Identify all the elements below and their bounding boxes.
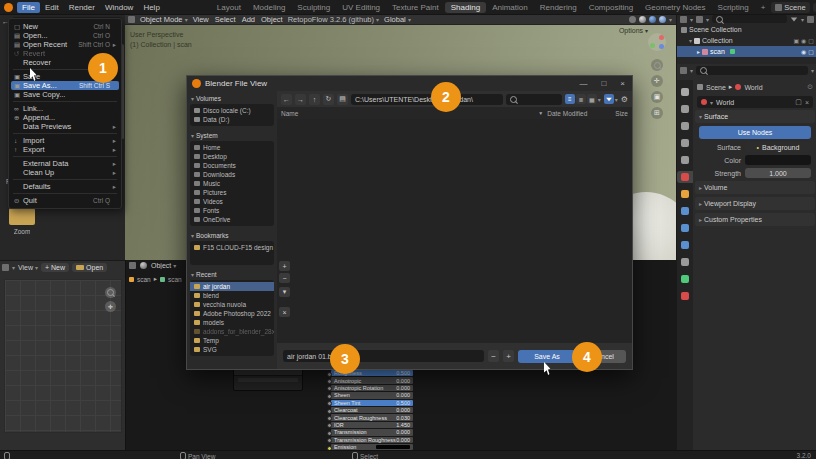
node-socket-row[interactable]: Transmission Roughness 0.000 xyxy=(331,437,413,443)
app-menu-item[interactable]: File xyxy=(17,2,40,13)
socket-icon[interactable] xyxy=(327,431,332,436)
search-input[interactable] xyxy=(506,94,562,105)
outliner-row-scene-collection[interactable]: Scene Collection xyxy=(677,24,816,35)
workspace-tab[interactable]: Scripting xyxy=(712,2,755,13)
node-socket-row[interactable]: Sheen 0.000 xyxy=(331,392,413,398)
hide-eye-icon[interactable]: ◉ xyxy=(801,37,806,44)
node-socket-row[interactable]: Transmission 0.000 xyxy=(331,429,413,435)
minimize-button[interactable]: — xyxy=(579,79,587,88)
viewport-menu-item[interactable]: Object xyxy=(261,15,283,24)
node-socket-row[interactable]: IOR 1.450 xyxy=(331,422,413,428)
file-menu-item[interactable]: Defaults ▸ xyxy=(11,182,119,191)
column-name[interactable]: Name xyxy=(281,110,298,117)
system-item[interactable]: Documents xyxy=(190,161,274,170)
socket-icon[interactable] xyxy=(327,379,332,384)
file-menu-item[interactable]: External Data ▸ xyxy=(11,159,119,168)
strength-slider[interactable]: 1.000 xyxy=(745,168,811,178)
back-button[interactable]: ← xyxy=(281,94,292,105)
close-button[interactable]: × xyxy=(620,79,625,88)
file-menu-item[interactable]: Clean Up ▸ xyxy=(11,168,119,177)
editor-type-icon[interactable] xyxy=(129,262,136,269)
node-socket-row[interactable]: Anisotropic 0.000 xyxy=(331,377,413,383)
viewport-menu-item[interactable]: Add xyxy=(242,15,255,24)
workspace-tab[interactable]: Texture Paint xyxy=(386,2,445,13)
socket-icon[interactable] xyxy=(327,416,332,421)
thumbnail-view-icon[interactable]: ▦ xyxy=(587,94,597,104)
new-folder-button[interactable]: ▤ xyxy=(337,94,348,105)
refresh-button[interactable]: ↻ xyxy=(323,94,334,105)
exclude-checkbox[interactable]: ▣ xyxy=(793,37,799,44)
file-menu-item[interactable]: ⊕ Append... xyxy=(11,113,119,122)
file-menu-item[interactable]: ∞ Link... xyxy=(11,104,119,113)
file-menu-item[interactable]: ▢ New Ctrl N xyxy=(11,22,119,31)
clear-recent-button[interactable]: × xyxy=(279,307,290,317)
zoom-gizmo-icon[interactable] xyxy=(105,287,116,298)
file-menu-item[interactable]: ⊙ Quit Ctrl Q xyxy=(11,196,119,205)
fake-user-icon[interactable]: ▢ xyxy=(795,98,802,106)
view-menu[interactable]: View ▾ xyxy=(18,264,38,271)
workspace-tab[interactable]: Sculpting xyxy=(291,2,336,13)
properties-tab[interactable] xyxy=(677,256,693,268)
system-item[interactable]: Videos xyxy=(190,197,274,206)
collapsed-panel-header[interactable]: ▸ Volume xyxy=(695,181,815,194)
editor-type-icon[interactable] xyxy=(128,16,135,23)
dialog-titlebar[interactable]: Blender File View — □ × xyxy=(187,76,632,91)
filter-icon[interactable] xyxy=(791,17,797,21)
properties-tab[interactable] xyxy=(677,188,693,200)
socket-icon[interactable] xyxy=(327,409,332,414)
mode-selector[interactable]: Object Mode ▾ xyxy=(140,15,188,24)
properties-tab[interactable] xyxy=(677,273,693,285)
editor-type-icon[interactable] xyxy=(680,16,687,23)
file-menu-item[interactable]: ▤ Open... Ctrl O xyxy=(11,31,119,40)
file-menu-item[interactable]: Data Previews ▸ xyxy=(11,122,119,131)
viewport-menu-item[interactable]: View xyxy=(193,15,209,24)
file-menu-item[interactable]: ▣ Save Copy... xyxy=(11,90,119,99)
disable-render-icon[interactable]: ▢ xyxy=(808,37,814,44)
app-menu-item[interactable]: Render xyxy=(64,2,100,13)
system-item[interactable]: OneDrive xyxy=(190,215,274,224)
remove-bookmark-button[interactable]: − xyxy=(279,273,290,283)
unlink-icon[interactable]: × xyxy=(805,99,809,106)
workspace-tab[interactable]: Rendering xyxy=(534,2,583,13)
orientation-selector[interactable]: Global ▾ xyxy=(384,15,411,24)
add-bookmark-button[interactable]: + xyxy=(279,261,290,271)
shading-solid-icon[interactable] xyxy=(639,16,646,23)
node-socket-row[interactable]: Anisotropic Rotation 0.000 xyxy=(331,385,413,391)
volume-item[interactable]: Disco locale (C:) xyxy=(190,106,274,115)
parent-dir-button[interactable]: ↑ xyxy=(309,94,320,105)
principled-bsdf-node[interactable]: Roughness 0.500 Anisotropic 0.000 Anisot… xyxy=(331,370,413,450)
zoom-tool-icon[interactable] xyxy=(651,59,663,71)
bookmarks-section-header[interactable]: ▾Bookmarks xyxy=(190,230,274,241)
folder-item[interactable]: Zoom xyxy=(2,204,42,248)
file-menu-item[interactable]: ▤ Open Recent Shift Ctrl O ▸ xyxy=(11,40,119,49)
app-menu-item[interactable]: Help xyxy=(138,2,164,13)
recent-item[interactable]: Temp xyxy=(190,336,274,345)
node-socket-row[interactable]: Sheen Tint 0.500 xyxy=(331,400,413,406)
recent-item[interactable]: air jordan xyxy=(190,282,274,291)
socket-icon[interactable] xyxy=(327,394,332,399)
new-collection-icon[interactable] xyxy=(807,16,814,23)
camera-view-icon[interactable]: ▣ xyxy=(651,91,663,103)
shading-material-icon[interactable] xyxy=(649,16,656,23)
new-image-button[interactable]: + New xyxy=(41,263,69,272)
image-editor-canvas[interactable] xyxy=(4,279,122,433)
path-input[interactable]: C:\Users\UTENTE\Desktop\air jordan\ xyxy=(351,94,503,105)
outliner-row-scan[interactable]: ▸ scan ◉▢ xyxy=(677,46,816,57)
emission-color-swatch[interactable] xyxy=(376,445,410,450)
properties-tab[interactable] xyxy=(677,120,693,132)
settings-gear-icon[interactable]: ⚙ xyxy=(621,95,628,104)
system-item[interactable]: Downloads xyxy=(190,170,274,179)
recent-item[interactable]: addons_for_blender_28x xyxy=(190,327,274,336)
funnel-icon[interactable] xyxy=(604,94,614,104)
viewport-menu-item[interactable]: Select xyxy=(215,15,236,24)
properties-tab[interactable] xyxy=(677,86,693,98)
surface-panel-header[interactable]: ▾ Surface xyxy=(695,110,815,123)
bookmark-options-button[interactable]: ▾ xyxy=(279,287,290,297)
app-menu-item[interactable]: Window xyxy=(100,2,138,13)
recent-section-header[interactable]: ▾Recent xyxy=(190,269,274,280)
open-image-button[interactable]: Open xyxy=(72,263,107,272)
node-socket-row[interactable]: Clearcoat Roughness 0.030 xyxy=(331,414,413,420)
world-datablock-selector[interactable]: ▾ World ▢ × xyxy=(697,96,813,108)
system-item[interactable]: Pictures xyxy=(190,188,274,197)
hide-eye-icon[interactable]: ◉ xyxy=(801,48,806,55)
